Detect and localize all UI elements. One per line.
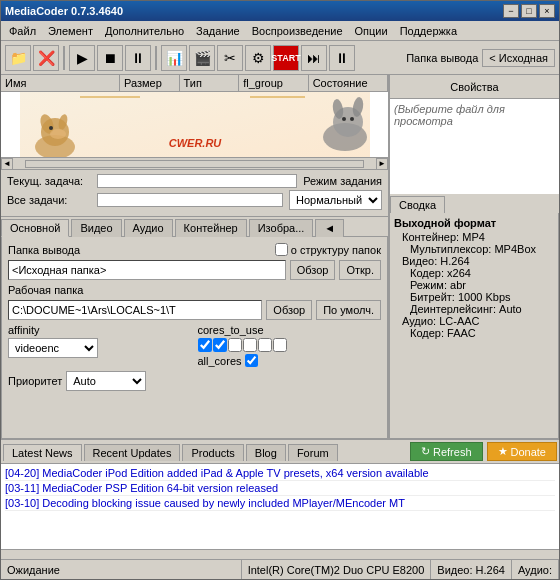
tab-container[interactable]: Контейнер — [175, 219, 247, 237]
toolbar-remove-button[interactable]: ❌ — [33, 45, 59, 71]
toolbar-add-button[interactable]: 📁 — [5, 45, 31, 71]
toolbar: 📁 ❌ ▶ ⏹ ⏸ 📊 🎬 ✂ ⚙ START ⏭ ⏸ Папка вывода… — [1, 41, 559, 75]
menu-element[interactable]: Элемент — [42, 23, 99, 39]
news-tab-bar: Latest News Recent Updates Products Blog… — [1, 440, 559, 464]
toolbar-separator-2 — [155, 46, 157, 70]
toolbar-convert-button[interactable]: START — [273, 45, 299, 71]
svg-point-6 — [50, 129, 66, 139]
toolbar-pause-button[interactable]: ⏸ — [125, 45, 151, 71]
tab-bar: Основной Видео Аудио Контейнер Изобра...… — [1, 217, 388, 236]
cores-section: cores_to_use all_cores — [198, 324, 382, 367]
working-dir-label: Рабочая папка — [8, 284, 83, 296]
menu-playback[interactable]: Воспроизведение — [246, 23, 349, 39]
output-folder-input-row: Обзор Откр. — [8, 260, 381, 280]
core-cb-2[interactable] — [213, 338, 227, 352]
news-item-1[interactable]: [04-20] MediaCoder iPod Edition added iP… — [5, 466, 555, 481]
col-header-name[interactable]: Имя — [1, 75, 120, 91]
close-button[interactable]: × — [539, 4, 555, 18]
scroll-right-arrow[interactable]: ► — [376, 158, 388, 170]
toolbar-more-button[interactable]: ⏭ — [301, 45, 327, 71]
donate-button[interactable]: ★ Donate — [487, 442, 557, 461]
cores-label: cores_to_use — [198, 324, 382, 336]
all-cores-row: all_cores — [198, 354, 382, 367]
news-item-3[interactable]: [03-10] Decoding blocking issue caused b… — [5, 496, 555, 511]
mode-select[interactable]: Нормальный — [289, 190, 382, 210]
struct-folders-checkbox[interactable] — [275, 243, 288, 256]
toolbar-stop-button[interactable]: ⏹ — [97, 45, 123, 71]
priority-label: Приоритет — [8, 375, 62, 387]
news-area: Latest News Recent Updates Products Blog… — [1, 439, 559, 559]
toolbar-play-button[interactable]: ▶ — [69, 45, 95, 71]
toolbar-preview-button[interactable]: 🎬 — [189, 45, 215, 71]
output-folder-button[interactable]: < Исходная — [482, 49, 555, 67]
news-tab-products[interactable]: Products — [182, 444, 243, 461]
news-tab-updates[interactable]: Recent Updates — [84, 444, 181, 461]
menu-additional[interactable]: Дополнительно — [99, 23, 190, 39]
tab-video[interactable]: Видео — [71, 219, 121, 237]
browse-button[interactable]: Обзор — [290, 260, 336, 280]
summary-tab-bar: Сводка — [389, 194, 559, 213]
col-header-group[interactable]: fl_group — [239, 75, 308, 91]
file-list-header: Имя Размер Тип fl_group Состояние — [1, 75, 388, 92]
news-tab-forum[interactable]: Forum — [288, 444, 338, 461]
col-header-status[interactable]: Состояние — [309, 75, 388, 91]
news-tab-blog[interactable]: Blog — [246, 444, 286, 461]
scroll-track[interactable] — [25, 160, 364, 168]
menu-file[interactable]: Файл — [3, 23, 42, 39]
file-list-body[interactable]: CWER.RU — [1, 92, 388, 157]
toolbar-stats-button[interactable]: 📊 — [161, 45, 187, 71]
working-dir-input[interactable] — [8, 300, 262, 320]
status-cpu: Intel(R) Core(TM)2 Duo CPU E8200 — [242, 560, 432, 579]
open-button[interactable]: Откр. — [339, 260, 381, 280]
toolbar-cut-button[interactable]: ✂ — [217, 45, 243, 71]
window-title: MediaCoder 0.7.3.4640 — [5, 5, 123, 17]
refresh-button[interactable]: ↻ Refresh — [410, 442, 483, 461]
summary-container: Контейнер: MP4 — [402, 231, 554, 243]
core-cb-5[interactable] — [258, 338, 272, 352]
col-header-type[interactable]: Тип — [180, 75, 240, 91]
properties-body: (Выберите файл для просмотра — [389, 99, 559, 194]
file-list-hscroll[interactable]: ◄ ► — [1, 157, 388, 169]
tab-more[interactable]: ◄ — [315, 219, 344, 237]
mode-label: Режим задания — [303, 175, 382, 187]
col-header-size[interactable]: Размер — [120, 75, 180, 91]
tabs-area: Основной Видео Аудио Контейнер Изобра...… — [1, 217, 388, 439]
default-button[interactable]: По умолч. — [316, 300, 381, 320]
summary-title: Выходной формат — [394, 217, 554, 229]
working-dir-label-row: Рабочая папка — [8, 284, 381, 296]
output-folder-row: Папка вывода о структуру папок — [8, 243, 381, 256]
svg-point-12 — [350, 117, 354, 121]
scroll-left-arrow[interactable]: ◄ — [1, 158, 13, 170]
all-cores-checkbox[interactable] — [245, 354, 258, 367]
tab-basic[interactable]: Основной — [1, 219, 69, 237]
tab-audio[interactable]: Аудио — [124, 219, 173, 237]
news-body[interactable]: [04-20] MediaCoder iPod Edition added iP… — [1, 464, 559, 549]
maximize-button[interactable]: □ — [521, 4, 537, 18]
browse2-button[interactable]: Обзор — [266, 300, 312, 320]
core-cb-3[interactable] — [228, 338, 242, 352]
menu-options[interactable]: Опции — [349, 23, 394, 39]
menu-task[interactable]: Задание — [190, 23, 246, 39]
priority-select[interactable]: Auto — [66, 371, 146, 391]
news-tab-actions: ↻ Refresh ★ Donate — [410, 442, 557, 463]
summary-deinterlace: Деинтерлейсинг: Auto — [410, 303, 554, 315]
core-cb-6[interactable] — [273, 338, 287, 352]
affinity-select[interactable]: videoenc — [8, 338, 98, 358]
main-window: MediaCoder 0.7.3.4640 − □ × Файл Элемент… — [0, 0, 560, 580]
output-folder-input[interactable] — [8, 260, 286, 280]
toolbar-pause2-button[interactable]: ⏸ — [329, 45, 355, 71]
tab-content-basic: Папка вывода о структуру папок Обзор Отк… — [1, 236, 388, 439]
all-tasks-row: Все задачи: Нормальный — [7, 190, 382, 210]
toolbar-settings-button[interactable]: ⚙ — [245, 45, 271, 71]
summary-tab[interactable]: Сводка — [390, 196, 445, 213]
core-cb-1[interactable] — [198, 338, 212, 352]
news-item-2[interactable]: [03-11] MediaCoder PSP Edition 64-bit ve… — [5, 481, 555, 496]
core-cb-4[interactable] — [243, 338, 257, 352]
minimize-button[interactable]: − — [503, 4, 519, 18]
news-scrollbar[interactable] — [1, 549, 559, 559]
refresh-label: Refresh — [433, 446, 472, 458]
news-tab-latest[interactable]: Latest News — [3, 444, 82, 461]
menu-support[interactable]: Поддержка — [394, 23, 463, 39]
current-task-row: Текущ. задача: Режим задания — [7, 174, 382, 188]
tab-image[interactable]: Изобра... — [249, 219, 314, 237]
